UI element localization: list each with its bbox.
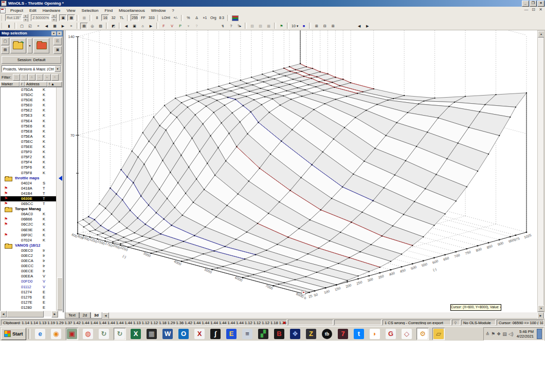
map-row[interactable]: 075DAK — [1, 87, 62, 92]
map-row[interactable]: 075EAK — [1, 134, 62, 139]
precision-8-button[interactable]: 8 — [93, 14, 101, 21]
map-row[interactable]: 075E6K — [1, 124, 62, 129]
forward-button[interactable]: ▶ — [147, 23, 155, 29]
version-button[interactable]: V — [168, 23, 176, 29]
map-folder-row[interactable]: Torque Manag — [1, 207, 62, 212]
cubes-app-icon[interactable]: ❖ — [289, 328, 301, 340]
map-row[interactable]: 075DCK — [1, 92, 62, 98]
properties-button[interactable]: ▮ — [5, 23, 13, 29]
menu-find[interactable]: Find — [102, 8, 116, 13]
map-selection-toggle[interactable]: ▤ — [80, 23, 88, 29]
network-tray-icon[interactable]: ▤ — [502, 331, 507, 337]
map-row[interactable]: 075ECK — [1, 139, 62, 144]
help-what-button[interactable]: ? — [193, 23, 201, 29]
map-row[interactable]: 075E3K — [1, 113, 62, 118]
vscroll-thumb[interactable] — [57, 277, 63, 310]
save-project-button[interactable]: ▤ — [1, 46, 9, 54]
chart-hscrollbar[interactable]: ◀▶ — [102, 312, 544, 318]
pe-explorer-icon[interactable]: E — [225, 328, 238, 340]
tab-3d[interactable]: 3d — [90, 312, 102, 319]
close-button[interactable]: × — [537, 1, 544, 7]
project-button[interactable]: P — [176, 23, 184, 29]
family-button[interactable]: F — [160, 23, 168, 29]
menu-miscellaneous[interactable]: Miscellaneous — [116, 8, 148, 13]
color-select-button[interactable]: ■ — [300, 23, 307, 29]
map-row[interactable]: 075E4K — [1, 119, 62, 124]
menu-[interactable]: ? — [169, 8, 177, 13]
map-row[interactable]: ⚑065CCT — [1, 201, 62, 207]
minimize-button[interactable]: _ — [522, 1, 529, 7]
filter-text-button[interactable]: ≡ — [21, 74, 28, 81]
chart-3-button[interactable]: ▩ — [265, 23, 272, 29]
column-header-[interactable]: ! ▲ — [47, 82, 62, 87]
map-row[interactable]: ⚑06B66K — [1, 217, 62, 222]
panel-menu-button[interactable]: ▾ — [51, 31, 56, 35]
open-project-dropdown[interactable]: ▼ — [27, 38, 33, 53]
org-compare-button[interactable]: 8:3 — [218, 14, 226, 21]
shield-app-icon[interactable]: ◗ — [369, 328, 381, 340]
binary-button[interactable]: 333 — [148, 14, 156, 21]
last-map-button[interactable]: » — [67, 23, 75, 29]
map-row[interactable]: 07024K — [1, 238, 62, 243]
surface-3d-chart[interactable]: 7014060080010001250150017502000225030004… — [65, 30, 538, 312]
map-row[interactable]: ⚑06C2CK — [1, 222, 62, 227]
split-4-button[interactable]: ⊞ — [313, 23, 320, 29]
map-row[interactable]: 075EEK — [1, 144, 62, 150]
map-row[interactable]: 01112V — [1, 285, 62, 290]
import-file-button[interactable] — [33, 38, 49, 53]
map-row[interactable]: 075E0K — [1, 103, 62, 108]
rotation-field-value[interactable]: Rot:135° — [5, 14, 22, 21]
chevron-down-icon[interactable]: ▼ — [55, 66, 61, 72]
start-button[interactable]: Start — [1, 328, 26, 340]
filter-delta-button[interactable]: Δ — [28, 74, 35, 81]
map-row[interactable]: 01274E — [1, 290, 62, 295]
home-button[interactable]: ⌂ — [139, 23, 147, 29]
map-row[interactable]: 01280E — [1, 305, 62, 310]
clipboard-clear-icon[interactable]: ✖ — [283, 320, 286, 325]
export-version-button[interactable]: ⎘ — [53, 38, 62, 45]
mdi-restore-button[interactable]: ⊡ — [531, 7, 536, 12]
map-row[interactable]: 00EC2Ir — [1, 253, 62, 258]
lightning-app-icon[interactable]: Z — [305, 328, 317, 340]
zoom-field-up-icon[interactable]: ▲ — [51, 14, 57, 18]
chart-1-button[interactable]: ▧ — [248, 23, 256, 29]
map-row[interactable]: 075DEK — [1, 98, 62, 103]
help-button[interactable]: ? — [227, 23, 235, 29]
search-button[interactable]: ◎ — [88, 23, 96, 29]
filter-marker-button[interactable]: ◫ — [13, 74, 20, 81]
map-row[interactable]: ⚑0418AT — [1, 186, 62, 191]
red-x-app-icon[interactable]: X — [193, 328, 206, 340]
precision-32-button[interactable]: 32 — [110, 14, 117, 21]
maximize-button[interactable]: ❐ — [530, 1, 537, 7]
outlook-icon[interactable]: O — [177, 328, 190, 340]
new-window-button[interactable]: ▢ — [18, 23, 26, 29]
lohi-button[interactable]: LOHI — [161, 14, 171, 21]
map-row[interactable]: 075F2K — [1, 155, 62, 160]
cube-wire-app-icon[interactable]: ◇ — [401, 328, 413, 340]
rotation-field-up-icon[interactable]: ▲ — [23, 14, 28, 18]
open-project-button[interactable]: ↷ — [10, 38, 26, 53]
sync-2-icon[interactable]: ↻ — [114, 328, 126, 340]
context-help-button[interactable]: ?▸ — [235, 23, 243, 29]
wrench-icon[interactable]: ⚙ — [416, 328, 429, 340]
map-app-icon[interactable]: ▞ — [257, 328, 269, 340]
original-button[interactable]: Org — [209, 14, 217, 21]
map-row[interactable]: 00ECCIr — [1, 264, 62, 269]
back-button[interactable]: ◀ — [122, 23, 130, 29]
volume-tray-icon[interactable]: ◁) — [508, 331, 514, 337]
filter-k-button[interactable]: K — [51, 74, 59, 81]
map-row[interactable]: 00ECAIr — [1, 258, 62, 264]
scope-selector[interactable]: Projects, Versions & Maps: (Ctrl ▼ — [2, 65, 61, 72]
scroll-right-icon[interactable]: ▶ — [51, 311, 58, 318]
toolbar-grip[interactable] — [1, 15, 4, 21]
mdi-close-button[interactable]: ✕ — [538, 7, 543, 12]
signature-app-icon[interactable]: ∫ — [209, 328, 222, 340]
updates-tray-icon[interactable]: ≛ — [485, 331, 489, 337]
menu-project[interactable]: Project — [7, 8, 26, 13]
map-row[interactable]: 075E8K — [1, 129, 62, 134]
car-button[interactable]: ▣ — [131, 23, 138, 29]
zoom-field-value[interactable]: Z:50000% — [31, 14, 50, 21]
map-row[interactable]: 075F4K — [1, 160, 62, 165]
session-button[interactable]: Session: Default — [2, 56, 61, 64]
connect-button[interactable]: ↯ — [219, 23, 227, 29]
